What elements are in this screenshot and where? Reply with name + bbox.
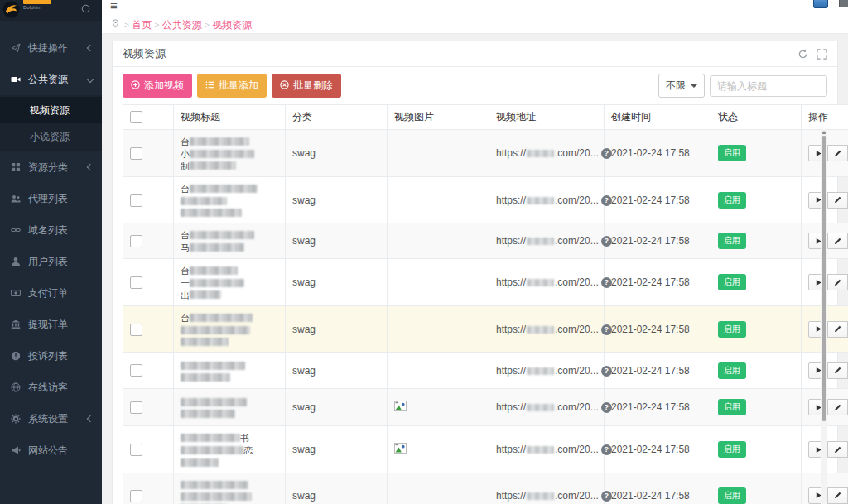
cell-category: swag bbox=[286, 473, 388, 504]
scroll-up-arrow-icon[interactable] bbox=[822, 131, 826, 134]
sidebar-item-5[interactable]: 用户列表 bbox=[0, 246, 102, 277]
breadcrumb-links: > 首页 > 公共资源 > 视频资源 bbox=[124, 17, 252, 32]
panel-title: 视频资源 bbox=[123, 46, 166, 61]
screen-icon[interactable] bbox=[839, 0, 848, 7]
row-checkbox[interactable] bbox=[130, 324, 142, 336]
edit-button[interactable] bbox=[828, 145, 848, 161]
sidebar-item-4[interactable]: 域名列表 bbox=[0, 214, 102, 246]
sidebar-submenu: 视频资源小说资源 bbox=[0, 95, 102, 151]
agents-icon bbox=[10, 194, 22, 204]
menu-toggle-icon[interactable]: ≡ bbox=[110, 0, 118, 12]
help-icon: ? bbox=[601, 195, 612, 206]
url-text-end: .com/20... bbox=[555, 401, 599, 413]
cell-status: 启用 bbox=[711, 353, 802, 389]
edit-button[interactable] bbox=[828, 192, 848, 209]
row-checkbox[interactable] bbox=[130, 444, 142, 456]
list-icon bbox=[205, 80, 214, 92]
cell-video-image bbox=[388, 223, 489, 259]
breadcrumb-link-2[interactable]: 视频资源 bbox=[210, 19, 252, 31]
cell-category: swag bbox=[286, 353, 388, 389]
sidebar-item-label: 快捷操作 bbox=[28, 41, 68, 55]
app-window: Dolphin 快捷操作公共资源视频资源小说资源资源分类代理列表域名列表用户列表… bbox=[0, 0, 848, 504]
cell-status: 启用 bbox=[711, 426, 802, 473]
sidebar-item-6[interactable]: 支付订单 bbox=[0, 277, 102, 309]
gear-icon bbox=[10, 414, 22, 424]
help-icon: ? bbox=[601, 148, 612, 159]
fullscreen-icon[interactable] bbox=[817, 49, 827, 60]
scrollbar-thumb[interactable] bbox=[822, 136, 826, 421]
row-checkbox[interactable] bbox=[130, 490, 142, 502]
cell-category: swag bbox=[286, 306, 388, 353]
row-checkbox[interactable] bbox=[130, 401, 142, 414]
table-row: 台一出swaghttps://.com/20...?2021-02-24 17:… bbox=[123, 258, 848, 305]
row-checkbox[interactable] bbox=[130, 194, 142, 207]
sidebar-item-label: 在线访客 bbox=[28, 381, 68, 395]
url-text-end: .com/20... bbox=[555, 194, 599, 206]
batch-delete-button[interactable]: 批量删除 bbox=[272, 74, 341, 98]
location-pin-icon bbox=[112, 17, 119, 31]
topbar-right bbox=[813, 0, 848, 8]
select-all-checkbox[interactable] bbox=[130, 111, 142, 123]
cell-video-image bbox=[388, 177, 489, 223]
edit-button[interactable] bbox=[828, 441, 848, 458]
caret-down-icon bbox=[691, 84, 697, 88]
sidebar-subitem[interactable]: 小说资源 bbox=[0, 123, 102, 150]
cell-select bbox=[123, 130, 174, 177]
sidebar-collapse-icon[interactable] bbox=[81, 2, 90, 17]
column-header-1: 分类 bbox=[286, 105, 388, 130]
sidebar-item-10[interactable]: 系统设置 bbox=[0, 403, 102, 434]
edit-button[interactable] bbox=[828, 274, 848, 290]
topbar: ≡ bbox=[102, 0, 848, 15]
edit-button[interactable] bbox=[828, 321, 848, 338]
breadcrumb-link-1[interactable]: 公共资源 bbox=[159, 19, 205, 31]
main-area: ≡ > 首页 > 公共资源 > 视频资源 视频资源 bbox=[102, 0, 848, 504]
panel-tools bbox=[797, 49, 827, 60]
breadcrumb-link-0[interactable]: 首页 bbox=[129, 19, 155, 31]
cell-video-title: 台一出 bbox=[174, 258, 286, 305]
filter-controls: 不限 bbox=[658, 74, 827, 98]
sidebar-item-9[interactable]: 在线访客 bbox=[0, 372, 102, 403]
column-header-3: 视频地址 bbox=[489, 105, 605, 130]
status-badge: 启用 bbox=[718, 321, 746, 338]
category-filter-dropdown[interactable]: 不限 bbox=[658, 74, 705, 98]
sidebar-item-label: 系统设置 bbox=[28, 412, 68, 426]
row-checkbox[interactable] bbox=[130, 276, 142, 289]
sidebar-item-2[interactable]: 资源分类 bbox=[0, 151, 102, 183]
sidebar-item-0[interactable]: 快捷操作 bbox=[0, 32, 102, 64]
row-checkbox[interactable] bbox=[130, 235, 142, 247]
header-select bbox=[123, 105, 174, 130]
announcement-icon bbox=[10, 445, 22, 455]
cell-video-title bbox=[174, 473, 286, 504]
sidebar-item-8[interactable]: 投诉列表 bbox=[0, 340, 102, 372]
cell-status: 启用 bbox=[711, 473, 802, 504]
title-search-input[interactable] bbox=[710, 75, 827, 97]
edit-button[interactable] bbox=[828, 399, 848, 415]
cell-select bbox=[123, 258, 174, 305]
cell-video-url: https://.com/20...? bbox=[489, 177, 605, 223]
url-text: https:// bbox=[496, 401, 526, 413]
help-icon: ? bbox=[601, 324, 612, 335]
vertical-scrollbar[interactable] bbox=[821, 129, 827, 504]
brand-logo[interactable]: Dolphin bbox=[2, 1, 51, 22]
row-checkbox[interactable] bbox=[130, 364, 142, 377]
batch-add-button[interactable]: 批量添加 bbox=[197, 74, 267, 98]
filter-label: 不限 bbox=[666, 79, 686, 93]
cell-status: 启用 bbox=[711, 130, 802, 177]
edit-button[interactable] bbox=[828, 487, 848, 504]
sidebar-item-1[interactable]: 公共资源 bbox=[0, 64, 102, 95]
sidebar-item-7[interactable]: 提现订单 bbox=[0, 309, 102, 340]
url-text: https:// bbox=[496, 276, 526, 288]
add-video-button[interactable]: 添加视频 bbox=[123, 74, 192, 98]
sidebar-subitem[interactable]: 视频资源 bbox=[0, 97, 102, 123]
edit-button[interactable] bbox=[828, 362, 848, 379]
batch-add-label: 批量添加 bbox=[219, 79, 258, 93]
sidebar-item-3[interactable]: 代理列表 bbox=[0, 183, 102, 214]
sidebar-item-11[interactable]: 网站公告 bbox=[0, 434, 102, 466]
avatar-icon[interactable] bbox=[813, 0, 828, 8]
status-badge: 启用 bbox=[718, 192, 746, 209]
refresh-icon[interactable] bbox=[797, 49, 808, 60]
row-checkbox[interactable] bbox=[130, 147, 142, 160]
cell-video-url: https://.com/20...? bbox=[489, 389, 605, 426]
status-badge: 启用 bbox=[718, 487, 746, 504]
edit-button[interactable] bbox=[828, 233, 848, 249]
